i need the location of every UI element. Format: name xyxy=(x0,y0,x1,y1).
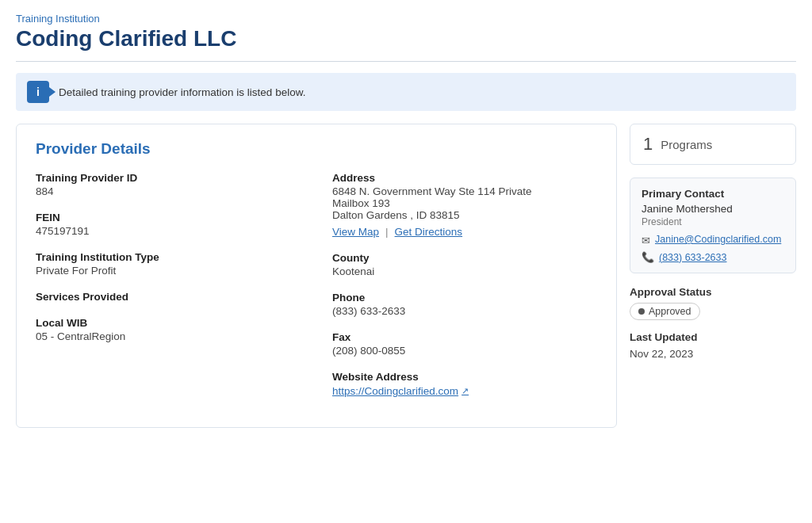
programs-box: 1 Programs xyxy=(630,124,796,165)
provider-card-title: Provider Details xyxy=(36,140,597,158)
fax-label: Fax xyxy=(332,331,597,343)
provider-grid: Training Provider ID 884 FEIN 475197191 … xyxy=(36,172,597,411)
approval-status-title: Approval Status xyxy=(630,286,796,298)
address-line3: Dalton Gardens , ID 83815 xyxy=(332,209,597,221)
info-banner: i Detailed training provider information… xyxy=(16,73,796,111)
map-separator: | xyxy=(385,226,389,238)
county-value: Kootenai xyxy=(332,265,597,277)
institution-type-group: Training Institution Type Private For Pr… xyxy=(36,251,301,277)
phone-icon: 📞 xyxy=(642,251,654,263)
approval-badge-text: Approved xyxy=(649,306,691,317)
last-updated-value: Nov 22, 2023 xyxy=(630,348,796,360)
provider-right-col: Address 6848 N. Government Way Ste 114 P… xyxy=(332,172,597,411)
external-link-icon: ↗ xyxy=(462,386,469,396)
training-provider-id-group: Training Provider ID 884 xyxy=(36,172,301,197)
address-group: Address 6848 N. Government Way Ste 114 P… xyxy=(332,172,597,238)
provider-left-col: Training Provider ID 884 FEIN 475197191 … xyxy=(36,172,301,411)
contact-role: President xyxy=(642,216,784,227)
view-map-link[interactable]: View Map xyxy=(332,226,379,238)
training-provider-id-value: 884 xyxy=(36,185,301,197)
contact-email-link[interactable]: Janine@Codingclarified.com xyxy=(655,234,781,245)
institution-type-label: Training Institution Type xyxy=(36,251,301,263)
provider-card: Provider Details Training Provider ID 88… xyxy=(16,124,617,428)
local-wib-value: 05 - CentralRegion xyxy=(36,330,301,342)
last-updated-title: Last Updated xyxy=(630,331,796,343)
services-provided-group: Services Provided xyxy=(36,291,301,303)
approval-badge: Approved xyxy=(630,303,700,320)
main-content: Provider Details Training Provider ID 88… xyxy=(16,124,796,428)
contact-phone-link[interactable]: (833) 633-2633 xyxy=(659,252,726,263)
address-line2: Mailbox 193 xyxy=(332,197,597,209)
primary-contact-title: Primary Contact xyxy=(642,188,784,200)
county-label: County xyxy=(332,252,597,264)
address-line1: 6848 N. Government Way Ste 114 Private xyxy=(332,185,597,197)
info-banner-text: Detailed training provider information i… xyxy=(59,86,305,98)
services-provided-label: Services Provided xyxy=(36,291,301,303)
fax-group: Fax (208) 800-0855 xyxy=(332,331,597,357)
contact-email-row: ✉ Janine@Codingclarified.com xyxy=(642,234,784,246)
programs-count: 1 xyxy=(643,134,653,155)
website-group: Website Address https://Codingclarified.… xyxy=(332,371,597,397)
map-links: View Map | Get Directions xyxy=(332,226,597,238)
contact-box: Primary Contact Janine Mothershed Presid… xyxy=(630,178,796,273)
page-header: Training Institution Coding Clarified LL… xyxy=(16,13,796,62)
address-label: Address xyxy=(332,172,597,184)
fein-label: FEIN xyxy=(36,212,301,223)
website-link-text: https://Codingclarified.com xyxy=(332,385,458,397)
get-directions-link[interactable]: Get Directions xyxy=(395,226,463,238)
contact-phone-row: 📞 (833) 633-2633 xyxy=(642,251,784,263)
fein-value: 475197191 xyxy=(36,225,301,237)
website-link[interactable]: https://Codingclarified.com ↗ xyxy=(332,385,469,397)
programs-label: Programs xyxy=(661,138,712,151)
sidebar: 1 Programs Primary Contact Janine Mother… xyxy=(630,124,796,371)
page-title: Coding Clarified LLC xyxy=(16,26,796,62)
phone-label: Phone xyxy=(332,292,597,303)
local-wib-label: Local WIB xyxy=(36,317,301,329)
contact-name: Janine Mothershed xyxy=(642,203,784,215)
local-wib-group: Local WIB 05 - CentralRegion xyxy=(36,317,301,342)
last-updated-section: Last Updated Nov 22, 2023 xyxy=(630,331,796,360)
county-group: County Kootenai xyxy=(332,252,597,277)
approval-dot xyxy=(638,308,645,315)
email-icon: ✉ xyxy=(642,235,650,246)
approval-status-section: Approval Status Approved xyxy=(630,286,796,320)
phone-group: Phone (833) 633-2633 xyxy=(332,292,597,317)
website-label: Website Address xyxy=(332,371,597,383)
info-icon: i xyxy=(27,81,49,103)
training-provider-id-label: Training Provider ID xyxy=(36,172,301,184)
fein-group: FEIN 475197191 xyxy=(36,212,301,237)
institution-type-value: Private For Profit xyxy=(36,265,301,277)
page-subtitle: Training Institution xyxy=(16,13,796,25)
phone-value: (833) 633-2633 xyxy=(332,305,597,317)
fax-value: (208) 800-0855 xyxy=(332,345,597,357)
